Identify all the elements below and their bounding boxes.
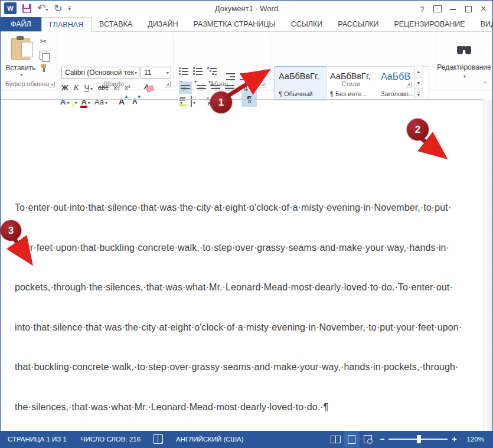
paragraph-group-label: Абзац	[175, 80, 263, 87]
ribbon-display-options-button[interactable]: ↑	[430, 2, 445, 16]
paragraph-dialog-launcher[interactable]	[260, 81, 266, 87]
read-mode-button[interactable]	[328, 431, 344, 447]
callout-3: 3	[1, 220, 21, 241]
zoom-out-button[interactable]: −	[376, 434, 388, 444]
copy-button[interactable]	[40, 51, 47, 60]
tab-page-layout[interactable]: РАЗМЕТКА СТРАНИЦЫ	[186, 17, 283, 31]
editing-label: Редактирование	[437, 63, 491, 71]
font-size-dropdown-icon[interactable]: ▾	[166, 70, 169, 76]
zoom-slider-thumb[interactable]	[417, 435, 421, 443]
borders-dropdown-icon[interactable]: ▾	[193, 100, 195, 106]
group-separator	[174, 34, 174, 88]
tab-references[interactable]: ССЫЛКИ	[283, 17, 331, 31]
editing-dropdown-icon[interactable]: ▾	[463, 74, 466, 79]
font-dialog-launcher[interactable]	[165, 81, 171, 87]
zoom-slider[interactable]	[388, 439, 448, 440]
print-layout-button[interactable]	[344, 431, 360, 447]
font-size-value: 11	[144, 68, 151, 77]
maximize-button[interactable]	[461, 2, 476, 16]
help-button[interactable]: ?	[414, 2, 430, 16]
close-button[interactable]: ×	[476, 2, 491, 16]
ribbon: Вставить ▾ ✂ Буфер обмена Calibri (Основ…	[1, 32, 492, 90]
tab-design[interactable]: ДИЗАЙН	[140, 17, 185, 31]
zoom-percentage[interactable]: 120%	[461, 436, 492, 443]
paste-dropdown-icon[interactable]: ▾	[20, 72, 22, 77]
ribbon-display-icon: ↑	[433, 5, 442, 12]
paragraph-row-3: ▾ ▾ А↓Я	[179, 96, 213, 107]
paste-button[interactable]: Вставить ▾	[4, 35, 37, 109]
styles-scroll-up-button[interactable]: ▲	[414, 66, 423, 77]
cut-button[interactable]: ✂	[40, 37, 47, 46]
clipboard-group-label: Буфер обмена	[1, 80, 54, 87]
find-binoculars-icon	[456, 45, 472, 55]
word-window: W ↶▾ ↻ ▾ Документ1 - Word ? ↑ × ФАЙЛ ГЛА…	[0, 0, 493, 448]
format-painter-button[interactable]	[40, 64, 47, 72]
page-indicator[interactable]: СТРАНИЦА 1 ИЗ 1	[1, 436, 74, 443]
text-effects-button[interactable]: А▾	[60, 96, 69, 107]
paragraph-1: To·enter·out·into·that·silence·that·was·…	[15, 175, 466, 440]
style-preview: АаБбВвГг,	[279, 71, 322, 81]
style-preview: АаБбВвГг,	[330, 71, 374, 81]
increase-indent-button[interactable]	[240, 73, 249, 80]
vertical-scrollbar[interactable]	[483, 100, 492, 431]
change-case-dropdown-icon[interactable]: ▾	[105, 100, 107, 106]
clipboard-dialog-launcher[interactable]	[49, 81, 55, 87]
proofing-status-icon[interactable]	[154, 434, 163, 444]
language-indicator[interactable]: АНГЛИЙСКИЙ (США)	[169, 436, 251, 443]
paste-label: Вставить	[6, 64, 36, 72]
borders-button[interactable]: ▾	[191, 96, 195, 107]
change-case-button[interactable]: Аа▾	[94, 96, 107, 107]
tab-review[interactable]: РЕЦЕНЗИРОВАНИЕ	[386, 17, 472, 31]
bullets-icon	[179, 67, 188, 75]
text-effects-dropdown-icon[interactable]: ▾	[67, 100, 69, 106]
font-color-dropdown-icon[interactable]: ▾	[88, 100, 90, 106]
font-name-combo[interactable]: Calibri (Основной тек ▾	[61, 67, 139, 79]
highlight-dropdown-icon[interactable]: ▾	[74, 100, 77, 106]
text-line: the·silences,·that·was·what·Mr.·Leonard·…	[15, 401, 466, 414]
styles-dialog-launcher[interactable]	[406, 81, 412, 87]
word-count[interactable]: ЧИСЛО СЛОВ: 216	[74, 436, 148, 443]
window-controls: ? ↑ ×	[414, 1, 491, 17]
font-name-dropdown-icon[interactable]: ▾	[135, 70, 137, 76]
editing-menu-button[interactable]: Редактирование ▾	[439, 37, 489, 103]
clipboard-small-buttons: ✂	[40, 37, 47, 72]
text-line: into·that·silence·that·was·the·city·at·e…	[15, 321, 466, 335]
document-body[interactable]: To·enter·out·into·that·silence·that·was·…	[15, 148, 466, 448]
tab-home[interactable]: ГЛАВНАЯ	[41, 17, 92, 32]
group-separator	[57, 34, 57, 88]
style-name: ¶ Обычный	[279, 90, 322, 97]
grow-font-button[interactable]: А▲	[119, 97, 125, 106]
minimize-icon	[450, 8, 456, 10]
group-separator	[270, 34, 270, 88]
tab-mailings[interactable]: РАССЫЛКИ	[330, 17, 386, 31]
multilevel-list-icon	[207, 67, 217, 75]
shading-button[interactable]: ▾	[179, 96, 182, 107]
decrease-indent-button[interactable]	[226, 73, 235, 80]
minimize-button[interactable]	[445, 2, 461, 16]
title-bar: W ↶▾ ↻ ▾ Документ1 - Word ? ↑ ×	[1, 1, 492, 17]
collapse-ribbon-button[interactable]: ⌃	[483, 81, 488, 87]
tab-file[interactable]: ФАЙЛ	[1, 17, 41, 31]
zoom-in-button[interactable]: +	[448, 434, 461, 444]
highlight-color-button[interactable]: ▾	[73, 96, 77, 107]
text-line: pockets,·through·the·silences,·that·was·…	[15, 281, 466, 295]
tab-insert[interactable]: ВСТАВКА	[92, 17, 140, 31]
callout-1: 1	[210, 91, 232, 113]
maximize-icon	[465, 6, 472, 12]
status-bar-right: − + 120%	[328, 431, 492, 447]
borders-icon	[191, 96, 192, 107]
font-row-3: А▾ ▾ А▾ Аа▾ А▲ А▼	[60, 95, 138, 108]
callout-2: 2	[407, 119, 429, 140]
text-line: that·buckling·concrete·walk,·to·step·ove…	[15, 361, 466, 374]
print-layout-icon	[348, 435, 355, 444]
read-mode-icon	[331, 436, 341, 443]
web-layout-button[interactable]	[360, 431, 376, 447]
tab-view[interactable]: ВИД	[473, 17, 493, 31]
font-color-button[interactable]: А▾	[81, 96, 90, 107]
styles-gallery-more-button[interactable]: ▼	[414, 89, 423, 100]
style-name: ¶ Без инте...	[330, 90, 374, 97]
clipboard-paste-icon	[11, 38, 30, 60]
font-size-combo[interactable]: 11 ▾	[141, 67, 171, 79]
text-line: your·feet·upon·that·buckling·concrete·wa…	[15, 241, 466, 255]
document-top-edge	[1, 99, 484, 100]
